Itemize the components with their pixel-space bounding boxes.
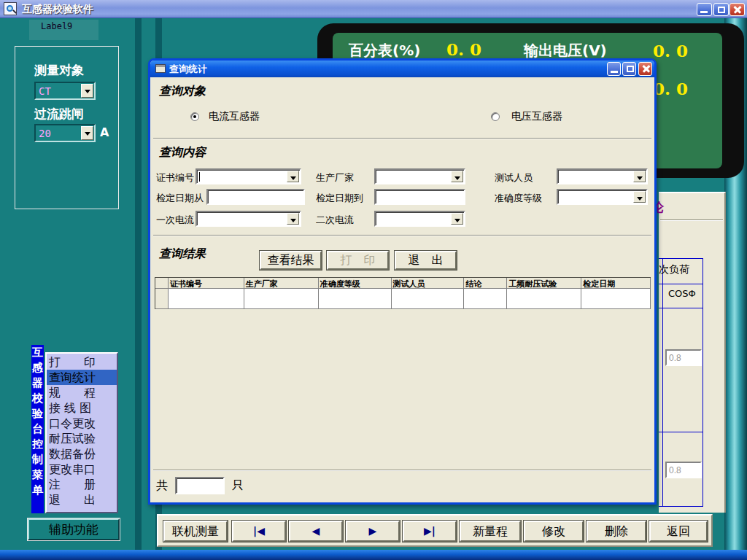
dialog-close-button[interactable] xyxy=(638,62,652,76)
right-panel: 论 次负荷 COSΦ xyxy=(659,192,726,513)
table-row[interactable] xyxy=(155,289,651,309)
radio-current-label[interactable]: 电流互感器 xyxy=(209,110,260,123)
date-to-input[interactable] xyxy=(374,189,465,205)
menu-item-withstand-test[interactable]: 耐压试验 xyxy=(47,431,117,446)
form-icon xyxy=(155,64,166,73)
cert-no-label: 证书编号 xyxy=(156,171,194,184)
menu-item-wiring-diagram[interactable]: 接 线 图 xyxy=(47,400,117,416)
measure-object-combo[interactable]: CT xyxy=(34,82,96,100)
app-icon xyxy=(4,2,17,15)
modify-button[interactable]: 修改 xyxy=(524,521,584,542)
online-measure-button[interactable]: 联机测量 xyxy=(163,521,228,542)
background-strip xyxy=(135,18,142,550)
restore-button[interactable] xyxy=(713,3,729,16)
cos-value-input-top[interactable] xyxy=(665,349,702,366)
dialog-titlebar[interactable]: 查询统计 xyxy=(150,61,654,77)
manufacturer-combo[interactable] xyxy=(374,168,465,184)
close-button[interactable] xyxy=(729,3,745,16)
menu-item-exit[interactable]: 退 出 xyxy=(47,492,117,508)
secondary-current-label: 二次电流 xyxy=(316,214,354,227)
chevron-down-icon[interactable] xyxy=(81,126,93,140)
radio-voltage-transformer[interactable] xyxy=(491,112,500,121)
trip-combo[interactable]: 20 xyxy=(34,124,96,142)
divider xyxy=(153,235,651,236)
menu-item-regulations[interactable]: 规 程 xyxy=(47,385,117,400)
dialog-client-area: 查询对象 电流互感器 电压互感器 查询内容 证书编号 生产厂家 测试人员 检定日… xyxy=(150,77,654,502)
lcd-voltage-label: 输出电压(V) xyxy=(524,41,607,61)
delete-button[interactable]: 删除 xyxy=(587,521,646,542)
total-count-input[interactable] xyxy=(175,477,225,494)
measure-object-label: 测量对象 xyxy=(34,62,84,79)
accuracy-combo[interactable] xyxy=(557,189,648,205)
secondary-load-label: 次负荷 xyxy=(659,263,689,276)
chevron-down-icon[interactable] xyxy=(633,171,646,182)
col-manufacturer[interactable]: 生产厂家 xyxy=(244,278,319,289)
lcd-voltage-value-bottom: 0. 0 xyxy=(653,79,688,98)
print-button[interactable]: 打 印 xyxy=(327,251,389,270)
divider xyxy=(153,470,651,471)
divider xyxy=(153,138,651,139)
app-root: Label9 百分表(%) 0. 0 输出电压(V) 0. 0 0. 0 互感器… xyxy=(0,0,747,560)
menu-item-print[interactable]: 打 印 xyxy=(47,354,117,370)
cert-no-combo[interactable] xyxy=(196,168,301,184)
main-titlebar: 互感器校验软件 xyxy=(0,0,747,18)
last-record-button[interactable]: ▶| xyxy=(403,521,457,542)
results-table: 证书编号 生产厂家 准确度等级 测试人员 结论 工频耐压试验 检定日期 xyxy=(155,277,651,309)
cos-phi-label: COSΦ xyxy=(668,288,696,299)
query-result-heading: 查询结果 xyxy=(159,246,206,262)
grid-line xyxy=(659,432,703,432)
radio-current-transformer[interactable] xyxy=(190,112,199,121)
col-conclusion[interactable]: 结论 xyxy=(464,278,507,289)
tester-label: 测试人员 xyxy=(495,171,533,184)
trip-label: 过流跳闸 xyxy=(34,106,84,122)
dialog-title: 查询统计 xyxy=(169,63,207,76)
col-test-date[interactable]: 检定日期 xyxy=(581,278,651,289)
cos-value-input-bottom[interactable] xyxy=(665,462,702,478)
chevron-down-icon[interactable] xyxy=(81,84,93,98)
minimize-button[interactable] xyxy=(697,3,712,16)
menu-item-register[interactable]: 注 册 xyxy=(47,477,117,492)
grid-line xyxy=(659,308,703,308)
menu-item-data-backup[interactable]: 数据备份 xyxy=(47,446,117,462)
aux-functions-button[interactable]: 辅助功能 xyxy=(28,518,120,540)
dialog-maximize-button[interactable] xyxy=(622,62,636,76)
back-button[interactable]: 返回 xyxy=(649,521,708,542)
view-results-button[interactable]: 查看结果 xyxy=(260,251,322,270)
trip-value: 20 xyxy=(39,128,51,139)
accuracy-label: 准确度等级 xyxy=(495,192,542,205)
manufacturer-label: 生产厂家 xyxy=(316,171,354,184)
lcd-voltage-value-top: 0. 0 xyxy=(653,41,688,61)
table-header-row: 证书编号 生产厂家 准确度等级 测试人员 结论 工频耐压试验 检定日期 xyxy=(155,278,651,289)
exit-button[interactable]: 退 出 xyxy=(395,251,457,270)
col-withstand-test[interactable]: 工频耐压试验 xyxy=(507,278,581,289)
grid-line xyxy=(659,506,703,507)
dialog-minimize-button[interactable] xyxy=(607,62,621,76)
tester-combo[interactable] xyxy=(557,168,648,184)
lcd-percent-label: 百分表(%) xyxy=(349,41,420,61)
secondary-current-combo[interactable] xyxy=(374,211,465,227)
query-object-heading: 查询对象 xyxy=(159,84,206,99)
chevron-down-icon[interactable] xyxy=(287,171,299,182)
radio-voltage-label[interactable]: 电压互感器 xyxy=(511,110,562,123)
menu-item-change-password[interactable]: 口令更改 xyxy=(47,416,117,431)
chevron-down-icon[interactable] xyxy=(451,171,463,182)
next-record-button[interactable]: ▶ xyxy=(346,521,400,542)
chevron-down-icon[interactable] xyxy=(287,213,299,225)
chevron-down-icon[interactable] xyxy=(451,213,463,225)
col-tester[interactable]: 测试人员 xyxy=(392,278,465,289)
menu-item-query-stats[interactable]: 查询统计 xyxy=(47,370,117,385)
prev-record-button[interactable]: ◀ xyxy=(289,521,343,542)
chevron-down-icon[interactable] xyxy=(633,191,646,203)
main-menu: 打 印 查询统计 规 程 接 线 图 口令更改 耐压试验 数据备份 更改串口 注… xyxy=(45,352,118,513)
col-accuracy[interactable]: 准确度等级 xyxy=(319,278,392,289)
date-to-label: 检定日期到 xyxy=(316,192,363,205)
col-cert-no[interactable]: 证书编号 xyxy=(169,278,244,289)
lcd-percent-value: 0. 0 xyxy=(446,39,481,59)
primary-current-combo[interactable] xyxy=(196,211,301,227)
date-from-input[interactable] xyxy=(206,189,305,205)
new-range-button[interactable]: 新量程 xyxy=(460,521,521,542)
menu-vertical-title: 互感器校验台控制菜单 xyxy=(31,345,44,513)
menu-item-change-serial[interactable]: 更改串口 xyxy=(47,462,117,477)
grid-line xyxy=(659,284,703,284)
first-record-button[interactable]: |◀ xyxy=(232,521,286,542)
